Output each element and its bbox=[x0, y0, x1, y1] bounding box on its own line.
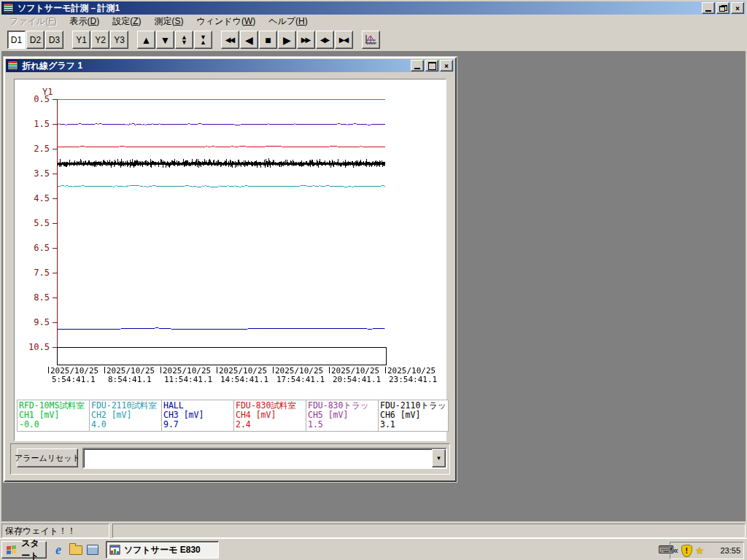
y-axis-tick-label: 7.5 bbox=[22, 268, 50, 278]
menu-item[interactable]: ウィンドウ(W) bbox=[190, 14, 263, 29]
graph-window-icon bbox=[7, 61, 19, 71]
mdi-area: 折れ線グラフ 1 × Y1 0.51.52.53.54.55.56.57.58.… bbox=[1, 52, 746, 521]
menu-item[interactable]: 測定(S) bbox=[147, 14, 190, 29]
expand-vertical-button[interactable]: ▲ ▼ bbox=[175, 31, 193, 49]
y-axis-tick-label: 8.5 bbox=[22, 293, 50, 303]
legend-cell-ch5: FDU-830トラッCH5 [mV]1.5 bbox=[306, 400, 379, 431]
graph-window-titlebar[interactable]: 折れ線グラフ 1 × bbox=[6, 59, 454, 72]
legend-channel-value: 9.7 bbox=[163, 420, 233, 429]
step-forward-button[interactable]: ▶ bbox=[278, 31, 296, 49]
restore-button[interactable] bbox=[716, 2, 729, 14]
show-desktop-icon[interactable] bbox=[85, 542, 100, 557]
screen: ソフトサーモ計測－計測1 × ファイル(F)表示(D)設定(Z)測定(S)ウィン… bbox=[0, 0, 747, 560]
fast-forward-button[interactable]: ▶▶ bbox=[297, 31, 315, 49]
d3-button[interactable]: D3 bbox=[45, 31, 63, 49]
chevron-down-icon: ▼ bbox=[436, 455, 442, 462]
x-axis-tick-label: 2025/10/2520:54:41.1 bbox=[329, 367, 385, 384]
menu-item[interactable]: 設定(Z) bbox=[106, 14, 147, 29]
graph-window-body: Y1 0.51.52.53.54.55.56.57.58.59.510.5 20… bbox=[5, 73, 455, 481]
legend-channel-value: -0.0 bbox=[19, 420, 89, 429]
main-window-titlebar[interactable]: ソフトサーモ計測－計測1 × bbox=[1, 1, 746, 15]
y-axis-tick-label: 2.5 bbox=[22, 144, 50, 154]
legend-cell-ch4: FDU-830試料室CH4 [mV]2.4 bbox=[234, 400, 306, 431]
y-axis-tick-label: 10.5 bbox=[22, 343, 50, 352]
y3-button[interactable]: Y3 bbox=[110, 31, 128, 49]
minimize-icon bbox=[705, 10, 711, 12]
x-axis-tick bbox=[104, 367, 105, 373]
fast-rewind-button[interactable]: ◀◀ bbox=[221, 31, 239, 49]
graph-settings-button[interactable] bbox=[362, 31, 380, 49]
alarm-combobox[interactable]: ▼ bbox=[82, 448, 447, 469]
security-shield-icon[interactable]: ! bbox=[681, 545, 692, 557]
taskbar-item-softthermo[interactable]: ソフトサーモ E830 bbox=[106, 541, 219, 559]
compress-vertical-button[interactable]: ▼ ▲ bbox=[194, 31, 212, 49]
line-graph-icon bbox=[365, 34, 377, 45]
window-title: ソフトサーモ計測－計測1 bbox=[18, 2, 702, 15]
restore-icon bbox=[719, 5, 727, 12]
x-axis-tick bbox=[48, 367, 49, 373]
legend-channel-value: 3.1 bbox=[380, 420, 448, 429]
yaxis-buttons: Y1Y2Y3 bbox=[72, 31, 129, 49]
stop-button[interactable]: ■ bbox=[259, 31, 277, 49]
internet-explorer-icon[interactable]: e bbox=[51, 542, 66, 557]
compress-horizontal-button[interactable]: ▶◀ bbox=[335, 31, 353, 49]
combo-dropdown-button[interactable]: ▼ bbox=[432, 449, 446, 467]
x-axis-tick bbox=[385, 367, 386, 373]
y-axis-tick-label: 4.5 bbox=[22, 194, 50, 203]
menu-item[interactable]: ヘルプ(H) bbox=[262, 14, 314, 29]
toolbar: D1D2D3Y1Y2Y3▲▼▲ ▼▼ ▲◀◀◀■▶▶▶◀▶▶◀ bbox=[1, 28, 746, 52]
system-tray: « ! ★ 23:55 bbox=[670, 542, 744, 559]
y-axis-tick-label: 1.5 bbox=[22, 120, 50, 129]
graph-minimize-button[interactable] bbox=[411, 60, 424, 71]
tray-collapse-chevron[interactable]: « bbox=[673, 545, 678, 556]
scroll-up-button[interactable]: ▲ bbox=[137, 31, 155, 49]
star-tray-icon[interactable]: ★ bbox=[695, 545, 705, 556]
x-axis-tick-label: 2025/10/2511:54:41.1 bbox=[160, 367, 217, 384]
x-axis-tick bbox=[273, 367, 274, 373]
minimize-button[interactable] bbox=[702, 2, 715, 14]
graph-window-title: 折れ線グラフ 1 bbox=[22, 60, 411, 72]
legend-cell-ch6: FDU-2110トラッCH6 [mV]3.1 bbox=[379, 400, 448, 431]
time-scroll-buttons: ◀◀◀■▶▶▶◀▶▶◀ bbox=[221, 31, 354, 49]
app-icon bbox=[109, 545, 121, 555]
expand-horizontal-button[interactable]: ◀▶ bbox=[316, 31, 334, 49]
menu-item[interactable]: 表示(D) bbox=[63, 14, 106, 29]
y-axis-tick-label: 3.5 bbox=[22, 169, 50, 179]
legend-channel-value: 2.4 bbox=[236, 420, 306, 429]
x-axis-tick-label: 2025/10/255:54:41.1 bbox=[48, 367, 104, 384]
y1-button[interactable]: Y1 bbox=[72, 31, 90, 49]
graph-close-button[interactable]: × bbox=[440, 60, 453, 71]
close-button[interactable]: × bbox=[731, 2, 744, 14]
graph-maximize-button[interactable] bbox=[425, 60, 438, 71]
close-icon: × bbox=[735, 4, 740, 12]
alarm-indicator-strip bbox=[57, 347, 387, 365]
start-label: スタート bbox=[19, 537, 42, 560]
alarm-panel: アラームリセット ▼ bbox=[10, 443, 450, 475]
legend-channel-value: 4.0 bbox=[91, 420, 161, 429]
close-icon: × bbox=[444, 62, 449, 70]
step-back-button[interactable]: ◀ bbox=[240, 31, 258, 49]
maximize-icon bbox=[428, 62, 436, 70]
legend-channel-value: 1.5 bbox=[308, 420, 378, 429]
graph-window: 折れ線グラフ 1 × Y1 0.51.52.53.54.55.56.57.58.… bbox=[4, 57, 457, 482]
taskbar-clock: 23:55 bbox=[720, 546, 740, 555]
vertical-scroll-buttons: ▲▼▲ ▼▼ ▲ bbox=[137, 31, 213, 49]
d1-button[interactable]: D1 bbox=[7, 31, 26, 49]
legend-cell-ch3: HALLCH3 [mV]9.7 bbox=[162, 400, 234, 431]
x-axis-tick bbox=[329, 367, 330, 373]
y-axis-tick-label: 5.5 bbox=[22, 219, 50, 228]
y2-button[interactable]: Y2 bbox=[91, 31, 109, 49]
windows-flag-icon bbox=[7, 545, 17, 555]
d2-button[interactable]: D2 bbox=[26, 31, 44, 49]
start-button[interactable]: スタート bbox=[1, 541, 47, 559]
status-bar: 保存ウェイト！！ bbox=[1, 522, 746, 537]
x-axis-tick-label: 2025/10/2517:54:41.1 bbox=[273, 367, 329, 384]
x-axis-tick bbox=[160, 367, 161, 373]
y-axis-tick-label: 0.5 bbox=[22, 95, 50, 104]
folder-icon[interactable] bbox=[69, 542, 83, 557]
alarm-reset-button[interactable]: アラームリセット bbox=[17, 448, 78, 467]
status-section-secondary bbox=[112, 524, 746, 538]
x-axis-tick-label: 2025/10/258:54:41.1 bbox=[104, 367, 160, 384]
scroll-down-button[interactable]: ▼ bbox=[156, 31, 174, 49]
chart-canvas[interactable] bbox=[58, 92, 385, 373]
